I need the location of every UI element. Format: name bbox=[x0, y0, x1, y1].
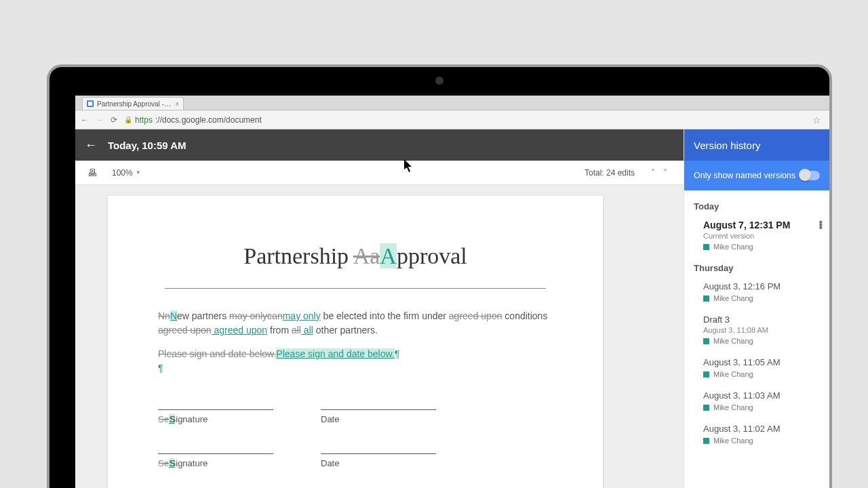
author-name: Mike Chang bbox=[713, 370, 753, 378]
document-canvas[interactable]: Partnership AaApproval NnNew partners ma… bbox=[75, 185, 684, 488]
title-inserted: A bbox=[380, 243, 397, 268]
pilcrow-icon: ¶ bbox=[158, 363, 163, 373]
author-color-icon bbox=[703, 438, 709, 444]
p2-ins: Please sign and date below. bbox=[276, 348, 394, 359]
url-field[interactable]: 🔒 https://docs.google.com/document bbox=[124, 115, 806, 125]
author-name: Mike Chang bbox=[713, 243, 753, 251]
docs-favicon-icon bbox=[87, 100, 94, 107]
title-deleted: Aa bbox=[353, 243, 380, 268]
nav-forward-icon[interactable]: → bbox=[96, 115, 104, 125]
author-color-icon bbox=[703, 244, 709, 250]
version-time: August 7, 12:31 PM bbox=[703, 220, 820, 230]
camera-dot bbox=[435, 77, 443, 85]
p1-t2: be elected into the firm under bbox=[321, 310, 449, 321]
author-name: Mike Chang bbox=[713, 337, 753, 345]
title-rule bbox=[165, 288, 546, 289]
back-arrow-icon[interactable]: ← bbox=[85, 138, 97, 152]
version-item[interactable]: August 3, 12:16 PM Mike Chang bbox=[684, 276, 829, 309]
version-author: Mike Chang bbox=[703, 294, 820, 302]
main-column: ← Today, 10:59 AM 🖶 100% ▼ Total: 24 edi… bbox=[75, 129, 684, 488]
section-thursday: Thursday bbox=[684, 258, 829, 276]
p1-ins-n: N bbox=[170, 310, 177, 321]
docs-app: ← Today, 10:59 AM 🖶 100% ▼ Total: 24 edi… bbox=[75, 129, 829, 488]
url-rest: ://docs.google.com/document bbox=[155, 115, 262, 125]
sidebar-title: Version history bbox=[684, 129, 829, 161]
version-subtitle: Current version bbox=[703, 232, 820, 240]
print-icon[interactable]: 🖶 bbox=[87, 167, 97, 178]
toggle-label: Only show named versions bbox=[694, 171, 795, 180]
nav-back-icon[interactable]: ← bbox=[81, 115, 89, 125]
version-time: August 3, 11:08 AM bbox=[703, 326, 820, 334]
signature-row-2: SeSSignature Date bbox=[158, 453, 553, 470]
browser-address-bar: ← → ⟳ 🔒 https://docs.google.com/document… bbox=[75, 110, 829, 129]
paragraph-2: Please sign and date below.Please sign a… bbox=[158, 347, 553, 375]
version-author: Mike Chang bbox=[703, 436, 820, 445]
laptop-frame: Partnership Approval - Googl… × ← → ⟳ 🔒 … bbox=[47, 64, 832, 488]
p1-t1: ew partners bbox=[177, 310, 229, 321]
p1-del4: agreed upon bbox=[158, 325, 212, 336]
revision-toolbar: 🖶 100% ▼ Total: 24 edits ˄ ˅ bbox=[75, 161, 684, 185]
author-color-icon bbox=[703, 405, 709, 411]
zoom-dropdown[interactable]: 100% ▼ bbox=[112, 168, 141, 178]
tab-title: Partnership Approval - Googl… bbox=[97, 100, 172, 108]
p1-del-nn: Nn bbox=[158, 310, 170, 321]
author-color-icon bbox=[703, 296, 709, 302]
version-item-current[interactable]: August 7, 12:31 PM Current version Mike … bbox=[684, 214, 829, 258]
author-color-icon bbox=[703, 338, 709, 344]
version-item[interactable]: Draft 3 August 3, 11:08 AM Mike Chang bbox=[684, 309, 829, 352]
prev-edit-icon[interactable]: ˄ bbox=[647, 168, 659, 178]
pilcrow-icon: ¶ bbox=[395, 348, 400, 359]
signature-cell: SeSSignature bbox=[158, 409, 273, 426]
version-author: Mike Chang bbox=[703, 337, 820, 345]
named-versions-toggle-row[interactable]: Only show named versions bbox=[684, 161, 829, 190]
version-time: August 3, 11:03 AM bbox=[703, 390, 820, 401]
signature-cell: SeSSignature bbox=[158, 453, 273, 470]
bookmark-star-icon[interactable]: ☆ bbox=[812, 115, 821, 125]
next-edit-icon[interactable]: ˅ bbox=[659, 168, 671, 178]
version-item[interactable]: August 3, 11:05 AM Mike Chang bbox=[684, 352, 829, 385]
sidebar-body: Today August 7, 12:31 PM Current version… bbox=[684, 190, 829, 488]
edits-total: Total: 24 edits bbox=[585, 168, 635, 178]
p1-ins2: agreed upon bbox=[212, 325, 268, 336]
screen: Partnership Approval - Googl… × ← → ⟳ 🔒 … bbox=[75, 96, 829, 488]
sig-del: Se bbox=[158, 458, 169, 468]
tab-close-icon[interactable]: × bbox=[175, 100, 179, 108]
browser-tab-strip: Partnership Approval - Googl… × bbox=[75, 96, 829, 110]
date-label: Date bbox=[321, 458, 339, 468]
sig-label: Signature bbox=[170, 458, 208, 468]
version-history-panel: Version history Only show named versions… bbox=[684, 129, 829, 488]
author-color-icon bbox=[703, 371, 709, 378]
url-scheme: https bbox=[135, 115, 153, 125]
kebab-icon[interactable]: ••• bbox=[818, 221, 823, 229]
document-title: Partnership AaApproval bbox=[165, 243, 546, 269]
p2-del: Please sign and date below. bbox=[158, 348, 276, 359]
document-page: Partnership AaApproval NnNew partners ma… bbox=[108, 196, 603, 488]
chevron-down-icon: ▼ bbox=[136, 169, 141, 176]
toggle-switch[interactable] bbox=[800, 171, 820, 180]
version-item[interactable]: August 3, 11:02 AM Mike Chang bbox=[684, 418, 829, 451]
p1-t3: conditions bbox=[502, 310, 547, 321]
sig-label: Signature bbox=[170, 414, 208, 424]
p1-del1: may only bbox=[229, 310, 267, 321]
version-name: Draft 3 bbox=[703, 314, 820, 325]
version-author: Mike Chang bbox=[703, 370, 820, 378]
section-today: Today bbox=[684, 196, 829, 214]
nav-reload-icon[interactable]: ⟳ bbox=[111, 115, 117, 125]
author-name: Mike Chang bbox=[713, 403, 753, 411]
version-item[interactable]: August 3, 11:03 AM Mike Chang bbox=[684, 385, 829, 418]
signature-row-1: SeSSignature Date bbox=[158, 409, 553, 426]
author-name: Mike Chang bbox=[713, 436, 753, 445]
version-time: August 3, 11:02 AM bbox=[703, 424, 820, 434]
author-name: Mike Chang bbox=[713, 294, 753, 302]
p1-del3: agreed upon bbox=[449, 310, 502, 321]
version-time: August 3, 12:16 PM bbox=[703, 281, 820, 291]
p1-t4: from bbox=[267, 325, 292, 336]
p1-ins1: may only bbox=[283, 310, 321, 321]
sidebar-title-text: Version history bbox=[694, 140, 760, 151]
p1-del5: all bbox=[292, 325, 301, 336]
revision-title: Today, 10:59 AM bbox=[108, 140, 186, 151]
title-text: Partnership bbox=[243, 243, 353, 268]
browser-tab[interactable]: Partnership Approval - Googl… × bbox=[82, 97, 184, 110]
p1-del2: can bbox=[267, 310, 283, 321]
p1-ins3: all bbox=[301, 325, 313, 336]
